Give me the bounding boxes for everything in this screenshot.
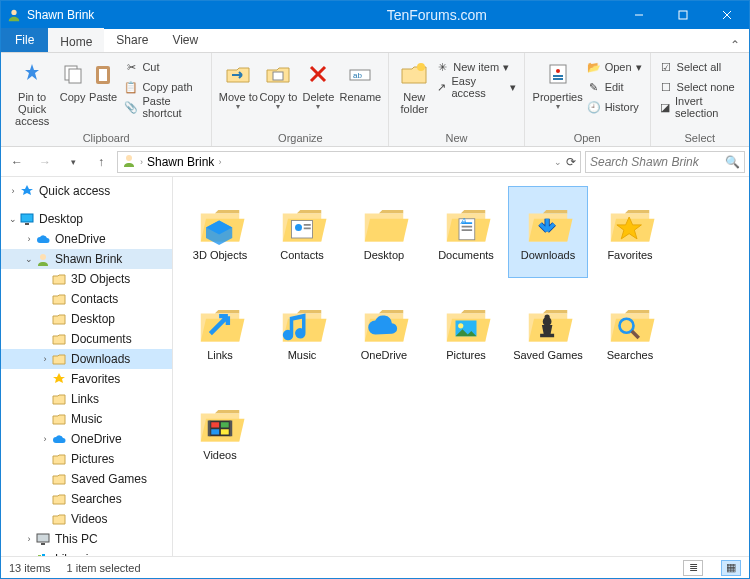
forward-button[interactable]: → [33,150,57,174]
tab-home[interactable]: Home [48,28,104,52]
close-button[interactable] [705,1,749,29]
folder-searches[interactable]: Searches [591,287,669,377]
folder-3d-objects[interactable]: 3D Objects [181,187,259,277]
delete-button[interactable]: Delete▾ [298,55,338,112]
folder-downloads[interactable]: Downloads [509,187,587,277]
history-button[interactable]: 🕘History [585,97,644,117]
folder-documents[interactable]: A Documents [427,187,505,277]
tree-item-saved-games[interactable]: Saved Games [1,469,172,489]
svg-rect-40 [304,224,311,226]
tree-item-quick-access[interactable]: ›Quick access [1,181,172,201]
svg-point-0 [11,10,16,15]
tree-item-desktop[interactable]: ⌄Desktop [1,209,172,229]
tree-item-label: Favorites [71,372,120,386]
invert-selection-button[interactable]: ◪Invert selection [657,97,743,117]
file-tab[interactable]: File [1,28,48,52]
folder-links[interactable]: Links [181,287,259,377]
folder-label: Saved Games [513,349,583,361]
open-button[interactable]: 📂Open ▾ [585,57,644,77]
folder-label: OneDrive [361,349,407,361]
tree-item-label: 3D Objects [71,272,130,286]
folder-desktop[interactable]: Desktop [345,187,423,277]
rename-button[interactable]: ab Rename [338,55,382,103]
ribbon-collapse-button[interactable]: ⌃ [721,38,749,52]
chevron-icon[interactable]: › [39,434,51,444]
tree-item-downloads[interactable]: ›Downloads [1,349,172,369]
tab-view[interactable]: View [160,28,210,52]
paste-button[interactable]: Paste [88,55,119,103]
move-to-button[interactable]: Move to▾ [218,55,258,112]
edit-button[interactable]: ✎Edit [585,77,644,97]
tree-item-searches[interactable]: Searches [1,489,172,509]
chevron-icon[interactable]: ⌄ [23,254,35,264]
tree-item-libraries[interactable]: ›Libraries [1,549,172,556]
tree-item-music[interactable]: Music [1,409,172,429]
copy-path-button[interactable]: 📋Copy path [122,77,205,97]
address-bar[interactable]: › Shawn Brink › ⌄ ⟳ [117,151,581,173]
folder-label: 3D Objects [193,249,247,261]
group-new: New folder ✳New item ▾ ↗Easy access ▾ Ne… [389,53,524,146]
cut-button[interactable]: ✂Cut [122,57,205,77]
details-view-button[interactable]: ≣ [683,560,703,576]
maximize-button[interactable] [661,1,705,29]
pin-to-quick-access-button[interactable]: Pin to Quick access [7,55,57,127]
tree-item-label: Links [71,392,99,406]
tree-item-this-pc[interactable]: ›This PC [1,529,172,549]
titlebar: Shawn Brink TenForums.com [1,1,749,29]
minimize-button[interactable] [617,1,661,29]
select-none-button[interactable]: ☐Select none [657,77,743,97]
tree-item-onedrive[interactable]: ›OneDrive [1,429,172,449]
tree-item-3d-objects[interactable]: 3D Objects [1,269,172,289]
icons-view-button[interactable]: ▦ [721,560,741,576]
chevron-icon[interactable]: ⌄ [7,214,19,224]
properties-button[interactable]: Properties▾ [531,55,585,112]
chevron-icon[interactable]: › [7,186,19,196]
chevron-icon[interactable]: › [23,534,35,544]
folder-contacts[interactable]: Contacts [263,187,341,277]
svg-rect-18 [553,78,563,80]
paste-shortcut-button[interactable]: 📎Paste shortcut [122,97,205,117]
tree-item-shawn-brink[interactable]: ⌄Shawn Brink [1,249,172,269]
folder-saved-games[interactable]: Saved Games [509,287,587,377]
copy-button[interactable]: Copy [57,55,88,103]
new-item-button[interactable]: ✳New item ▾ [433,57,517,77]
easy-access-button[interactable]: ↗Easy access ▾ [433,77,517,97]
folder-pictures[interactable]: Pictures [427,287,505,377]
recent-locations-button[interactable]: ▾ [61,150,85,174]
select-all-button[interactable]: ☑Select all [657,57,743,77]
search-input[interactable]: Search Shawn Brink 🔍 [585,151,745,173]
navigation-pane[interactable]: ›Quick access⌄Desktop›OneDrive⌄Shawn Bri… [1,177,173,556]
svg-rect-24 [41,543,45,545]
tree-item-desktop[interactable]: Desktop [1,309,172,329]
tab-share[interactable]: Share [104,28,160,52]
tree-item-pictures[interactable]: Pictures [1,449,172,469]
new-folder-button[interactable]: New folder [395,55,433,115]
folder-label: Downloads [521,249,575,261]
folder-music[interactable]: Music [263,287,341,377]
tree-item-videos[interactable]: Videos [1,509,172,529]
copy-to-button[interactable]: Copy to▾ [258,55,298,112]
folder-favorites[interactable]: Favorites [591,187,669,277]
tree-item-label: Contacts [71,292,118,306]
tree-item-links[interactable]: Links [1,389,172,409]
address-dropdown-button[interactable]: ⌄ [554,157,562,167]
tree-item-contacts[interactable]: Contacts [1,289,172,309]
tree-item-onedrive[interactable]: ›OneDrive [1,229,172,249]
delete-icon [303,59,333,89]
chevron-right-icon[interactable]: › [218,157,221,167]
svg-rect-8 [99,69,107,81]
breadcrumb-root[interactable]: Shawn Brink [147,155,214,169]
copy-path-icon: 📋 [124,80,138,94]
tree-item-documents[interactable]: Documents [1,329,172,349]
tree-item-favorites[interactable]: Favorites [1,369,172,389]
chevron-icon[interactable]: › [23,234,35,244]
properties-icon [543,59,573,89]
folder-onedrive[interactable]: OneDrive [345,287,423,377]
chevron-right-icon[interactable]: › [140,157,143,167]
chevron-icon[interactable]: › [39,354,51,364]
content-pane[interactable]: 3D Objects Contacts Desktop A Documents … [173,177,749,556]
up-button[interactable]: ↑ [89,150,113,174]
refresh-button[interactable]: ⟳ [566,155,576,169]
folder-videos[interactable]: Videos [181,387,259,477]
back-button[interactable]: ← [5,150,29,174]
